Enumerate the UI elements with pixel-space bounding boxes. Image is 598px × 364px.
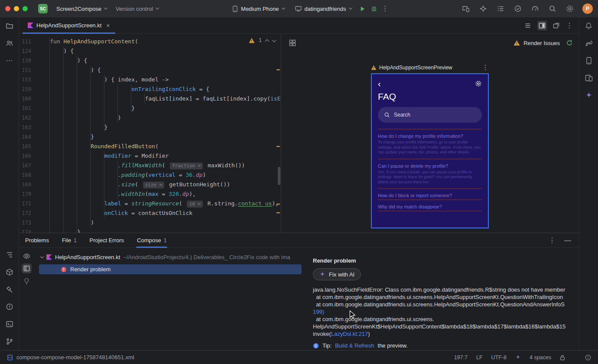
quick-fix-button[interactable] — [24, 278, 29, 285]
code-line[interactable]: 159onTrailingIconClick = { — [19, 84, 281, 94]
dependencies-tool-button[interactable] — [5, 268, 14, 276]
render-problem-row[interactable]: Render problem — [39, 264, 302, 274]
ai-assistant-button[interactable] — [478, 4, 488, 13]
preview-canvas[interactable]: HelpAndSupportScreenPreview ⋮ ‹ FAQ — [281, 52, 579, 233]
bottom-tab-tools: ⋮ — — [549, 237, 579, 244]
tab-project-errors[interactable]: Project Errors — [90, 233, 124, 248]
app-insights-button[interactable] — [513, 4, 523, 13]
minimize-window-button[interactable] — [14, 6, 19, 11]
split-and-preview-button[interactable] — [537, 21, 547, 30]
gemini-button[interactable] — [585, 91, 593, 100]
project-tool-button[interactable] — [5, 22, 14, 30]
build-tool-button[interactable] — [5, 285, 14, 294]
indent-setting[interactable]: 4 spaces — [530, 354, 551, 361]
profiler-button[interactable] — [530, 4, 540, 13]
notifications-button[interactable] — [585, 22, 593, 30]
warning-stripe-mark[interactable] — [276, 146, 280, 147]
code-line[interactable]: 151) { — [19, 65, 281, 75]
code-line[interactable]: 169.size( size = getButtonHeight()) — [19, 180, 281, 189]
more-vertical-icon[interactable]: ⋮ — [549, 237, 556, 244]
layout-switch-button[interactable] — [289, 39, 296, 46]
device-manager-button[interactable] — [585, 56, 593, 65]
structure-tool-button[interactable] — [5, 250, 14, 259]
zoom-window-button[interactable] — [23, 6, 28, 11]
line-separator[interactable]: LF — [476, 354, 483, 361]
build-refresh-button[interactable] — [566, 39, 573, 46]
preview-problems-button[interactable] — [23, 253, 30, 259]
cursor-position[interactable]: 197:7 — [454, 354, 468, 361]
tab-problems[interactable]: Problems — [25, 233, 49, 248]
code-editor[interactable]: 111fun HelpAndSupportContent(124) {130) … — [19, 34, 281, 233]
warning-stripe-mark[interactable] — [276, 204, 280, 205]
code-line[interactable]: 164} — [19, 132, 281, 142]
hide-panel-icon[interactable]: — — [564, 237, 571, 244]
editor-list-button[interactable] — [524, 22, 531, 29]
run-config-selector[interactable]: datingandfriends — [291, 3, 356, 14]
code-line[interactable]: 168.padding(vertical = 36.dp) — [19, 170, 281, 180]
search-everywhere-button[interactable] — [548, 4, 557, 13]
stack-trace-link[interactable]: LazyDsl.kt:217 — [331, 331, 368, 337]
close-window-button[interactable] — [5, 6, 10, 11]
ai-status-icon[interactable] — [515, 354, 521, 360]
code-line[interactable]: 174} — [19, 228, 281, 233]
more-actions-button[interactable]: ⋮ — [380, 4, 390, 13]
code-line[interactable]: 124) { — [19, 46, 281, 56]
fix-with-ai-button[interactable]: Fix with AI — [313, 268, 361, 280]
run-button[interactable] — [358, 4, 367, 13]
code-line[interactable]: 173) — [19, 218, 281, 228]
build-refresh-link[interactable]: Build & Refresh — [335, 342, 374, 349]
terminal-tool-button[interactable] — [5, 320, 14, 328]
version-control-tool-button[interactable] — [5, 337, 14, 346]
warning-stripe-mark[interactable] — [276, 69, 280, 70]
right-activity-bar — [579, 17, 598, 350]
code-line[interactable]: 171label = stringResource( id = R.string… — [19, 199, 281, 208]
preview-card[interactable]: HelpAndSupportScreenPreview ⋮ ‹ FAQ — [371, 63, 489, 228]
gradle-tool-button[interactable] — [585, 39, 593, 48]
code-line[interactable]: 172onClick = contactUsOnClick — [19, 208, 281, 218]
warning-stripe-mark[interactable] — [276, 212, 280, 213]
code-line[interactable]: 161} — [19, 104, 281, 113]
float-editor-button[interactable] — [553, 22, 560, 29]
user-avatar[interactable]: P — [582, 3, 593, 14]
editor-scrollbar[interactable] — [278, 167, 280, 185]
debug-button[interactable] — [369, 4, 379, 13]
problems-tool-button[interactable] — [5, 302, 14, 311]
version-control-menu[interactable]: Version control — [111, 3, 163, 14]
problems-file-row[interactable]: HelpAndSupportScreen.kt ~/AndroidStudioP… — [34, 252, 313, 262]
code-line[interactable]: 111fun HelpAndSupportContent( — [19, 37, 281, 46]
render-issues-label[interactable]: Render Issues — [523, 40, 560, 46]
tab-file[interactable]: File1 — [62, 233, 77, 248]
running-devices-button[interactable] — [585, 74, 593, 82]
editor-tab-active[interactable]: HelpAndSupportScreen.kt × — [23, 17, 115, 34]
settings-button[interactable] — [565, 4, 575, 13]
code-line[interactable]: 170.widthIn(max = 320.dp), — [19, 189, 281, 199]
code-line[interactable]: 162) — [19, 113, 281, 123]
more-vertical-icon[interactable]: ⋮ — [566, 22, 573, 29]
device-mirroring-button[interactable] — [461, 4, 471, 13]
tab-compose[interactable]: Compose1 — [137, 233, 166, 248]
code-line[interactable]: 155) { index, model -> — [19, 75, 281, 84]
inspections-widget[interactable]: 1 — [249, 37, 276, 43]
next-problem-icon[interactable] — [272, 38, 276, 42]
lock-icon[interactable] — [560, 354, 565, 361]
more-tool-windows-button[interactable]: ⋯ — [5, 56, 14, 65]
code-line[interactable]: 130) { — [19, 56, 281, 65]
previous-problem-icon[interactable] — [265, 39, 270, 43]
indent-guides — [36, 142, 91, 151]
device-selector[interactable]: Medium Phone — [228, 3, 289, 14]
project-menu[interactable]: Screen2Compose — [52, 3, 111, 14]
collaboration-tool-button[interactable] — [5, 39, 14, 48]
preview-menu-icon[interactable]: ⋮ — [482, 64, 489, 71]
todo-list-button[interactable] — [496, 4, 505, 13]
close-tab-icon[interactable]: × — [106, 22, 110, 29]
code-line[interactable]: 167.fillMaxWidth( fraction = maxWidth()) — [19, 161, 281, 170]
file-encoding[interactable]: UTF-8 — [491, 354, 507, 361]
code-line[interactable]: 166modifier = Modifier — [19, 151, 281, 161]
code-line[interactable]: 160faqList[index] = faqList[index].copy(… — [19, 94, 281, 104]
status-file[interactable]: compose-compose-model-1758748140651.xml — [7, 354, 134, 361]
show-details-button[interactable] — [22, 263, 32, 273]
info-status-icon[interactable] — [585, 354, 591, 361]
stack-trace-link[interactable]: 199) — [313, 309, 324, 315]
code-line[interactable]: 165RoundedFilledButton( — [19, 142, 281, 151]
code-line[interactable]: 163} — [19, 123, 281, 132]
